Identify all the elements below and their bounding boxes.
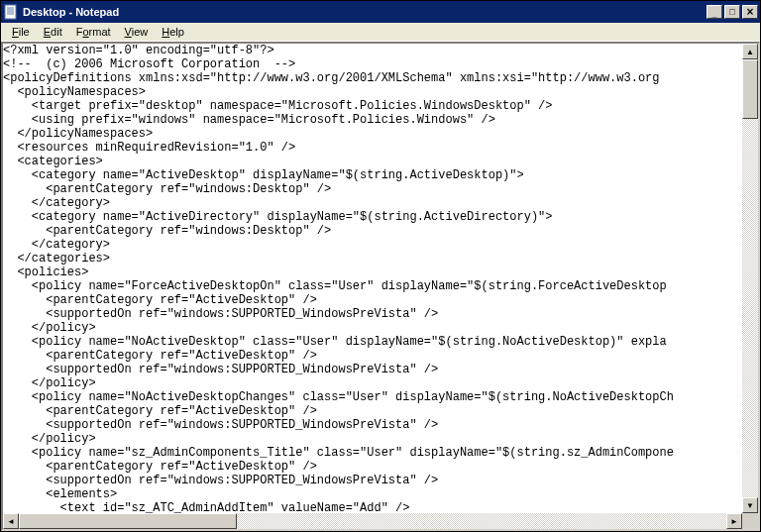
- horizontal-scrollbar[interactable]: ◄ ►: [3, 513, 742, 529]
- scroll-up-button[interactable]: ▲: [742, 44, 758, 59]
- editor-area: <?xml version="1.0" encoding="utf-8"?> <…: [1, 42, 760, 531]
- app-icon: [3, 4, 19, 20]
- menu-view[interactable]: View: [118, 24, 156, 40]
- menu-edit-rest: dit: [51, 26, 62, 38]
- window-title: Desktop - Notepad: [23, 6, 119, 18]
- menu-bar: File Edit Format View Help: [1, 23, 760, 42]
- maximize-button[interactable]: □: [724, 5, 740, 19]
- close-button[interactable]: ×: [742, 5, 758, 19]
- minimize-icon: _: [711, 9, 716, 19]
- vscroll-thumb[interactable]: [742, 59, 758, 119]
- maximize-icon: □: [729, 7, 734, 17]
- menu-file[interactable]: File: [5, 24, 37, 40]
- menu-help[interactable]: Help: [155, 24, 191, 40]
- chevron-down-icon: ▼: [746, 501, 754, 510]
- close-icon: ×: [746, 8, 753, 16]
- menu-file-rest: ile: [19, 26, 30, 38]
- scroll-corner: [742, 513, 758, 529]
- window-controls: _ □ ×: [705, 5, 758, 19]
- text-editor[interactable]: <?xml version="1.0" encoding="utf-8"?> <…: [3, 44, 742, 513]
- menu-view-rest: iew: [132, 26, 149, 38]
- minimize-button[interactable]: _: [707, 5, 722, 19]
- scroll-right-button[interactable]: ►: [726, 513, 742, 529]
- vertical-scrollbar[interactable]: ▲ ▼: [742, 44, 758, 513]
- menu-format[interactable]: Format: [69, 24, 118, 40]
- window-titlebar[interactable]: Desktop - Notepad _ □ ×: [1, 1, 760, 23]
- chevron-left-icon: ◄: [7, 517, 15, 526]
- scroll-down-button[interactable]: ▼: [742, 497, 758, 513]
- hscroll-track[interactable]: [19, 513, 726, 529]
- menu-help-rest: elp: [169, 26, 184, 38]
- vscroll-track[interactable]: [742, 59, 758, 497]
- menu-format-rest: rmat: [89, 26, 111, 38]
- scroll-left-button[interactable]: ◄: [3, 513, 19, 529]
- hscroll-thumb[interactable]: [19, 513, 237, 529]
- chevron-up-icon: ▲: [746, 48, 754, 56]
- menu-edit[interactable]: Edit: [37, 24, 69, 40]
- chevron-right-icon: ►: [730, 517, 738, 526]
